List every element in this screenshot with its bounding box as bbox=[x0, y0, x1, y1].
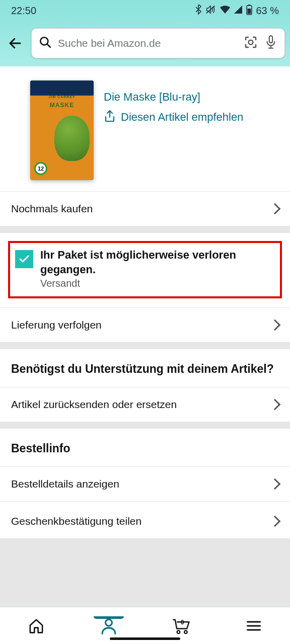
svg-point-8 bbox=[106, 619, 112, 626]
signal-icon bbox=[234, 5, 243, 17]
nav-account[interactable] bbox=[72, 617, 145, 635]
return-item-row[interactable]: Artikel zurücksenden oder ersetzen bbox=[0, 387, 290, 422]
mute-icon bbox=[205, 5, 216, 17]
chevron-right-icon bbox=[271, 517, 279, 525]
order-details-label: Bestelldetails anzeigen bbox=[11, 478, 119, 490]
back-button[interactable] bbox=[5, 36, 25, 51]
return-label: Artikel zurücksenden oder ersetzen bbox=[11, 398, 177, 411]
svg-text:0: 0 bbox=[181, 618, 184, 625]
check-icon bbox=[15, 250, 33, 268]
svg-rect-3 bbox=[248, 9, 251, 14]
battery-icon bbox=[246, 4, 253, 18]
status-icons: 63 % bbox=[194, 4, 279, 18]
search-placeholder: Suche bei Amazon.de bbox=[58, 37, 237, 49]
product-title[interactable]: Die Maske [Blu-ray] bbox=[104, 91, 278, 104]
bottom-nav: 0 bbox=[0, 607, 290, 644]
status-bar: 22:50 63 % bbox=[0, 0, 290, 21]
share-link[interactable]: Diesen Artikel empfehlen bbox=[104, 110, 278, 125]
bluetooth-icon bbox=[194, 5, 202, 17]
svg-point-10 bbox=[184, 630, 187, 633]
nav-home[interactable] bbox=[0, 617, 72, 634]
home-indicator bbox=[110, 637, 180, 640]
chevron-right-icon bbox=[271, 321, 279, 329]
svg-rect-2 bbox=[248, 5, 250, 6]
product-thumbnail[interactable]: JIM CARREY MASKE 12 bbox=[30, 80, 94, 180]
order-details-row[interactable]: Bestelldetails anzeigen bbox=[0, 466, 290, 501]
thumb-actor: JIM CARREY bbox=[30, 95, 94, 99]
buy-again-row[interactable]: Nochmals kaufen bbox=[0, 191, 290, 226]
status-time: 22:50 bbox=[11, 5, 36, 17]
gift-confirm-row[interactable]: Geschenkbestätigung teilen bbox=[0, 504, 290, 538]
svg-rect-7 bbox=[269, 36, 272, 43]
battery-percent: 63 % bbox=[256, 5, 279, 17]
track-label: Lieferung verfolgen bbox=[11, 319, 102, 331]
svg-line-5 bbox=[47, 44, 50, 47]
mic-icon[interactable] bbox=[264, 35, 277, 52]
age-rating: 12 bbox=[34, 162, 47, 175]
nav-menu[interactable] bbox=[218, 619, 290, 633]
product-block: JIM CARREY MASKE 12 Die Maske [Blu-ray] … bbox=[0, 66, 290, 191]
chevron-right-icon bbox=[271, 205, 279, 213]
chevron-right-icon bbox=[271, 480, 279, 488]
nav-cart[interactable]: 0 bbox=[145, 617, 218, 635]
svg-point-6 bbox=[249, 40, 253, 45]
order-info-heading: Bestellinfo bbox=[0, 429, 290, 466]
status-title: Ihr Paket ist möglicherweise verloren ge… bbox=[40, 248, 275, 277]
wifi-icon bbox=[220, 5, 231, 17]
thumb-title: MASKE bbox=[30, 102, 94, 109]
lens-icon[interactable] bbox=[243, 35, 258, 52]
search-icon bbox=[39, 36, 52, 51]
help-heading: Benötigst du Unterstützung mit deinem Ar… bbox=[0, 349, 290, 387]
track-delivery-row[interactable]: Lieferung verfolgen bbox=[0, 307, 290, 342]
share-label: Diesen Artikel empfehlen bbox=[121, 110, 243, 125]
search-bar[interactable]: Suche bei Amazon.de bbox=[31, 28, 285, 58]
share-icon bbox=[104, 110, 116, 125]
gift-confirm-label: Geschenkbestätigung teilen bbox=[11, 515, 141, 527]
chevron-right-icon bbox=[271, 400, 279, 409]
app-header: Suche bei Amazon.de bbox=[0, 21, 290, 66]
status-sub: Versandt bbox=[40, 278, 275, 289]
buy-again-label: Nochmals kaufen bbox=[11, 203, 93, 215]
svg-point-9 bbox=[177, 630, 180, 633]
package-status-alert: Ihr Paket ist möglicherweise verloren ge… bbox=[8, 241, 282, 298]
